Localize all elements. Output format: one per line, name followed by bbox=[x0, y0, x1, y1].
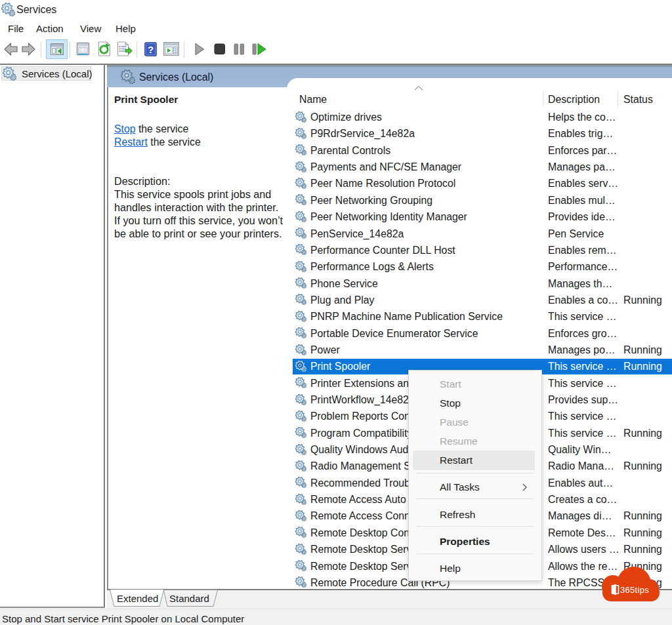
svg-text:365tips: 365tips bbox=[620, 585, 649, 595]
svg-text:?: ? bbox=[148, 44, 154, 55]
